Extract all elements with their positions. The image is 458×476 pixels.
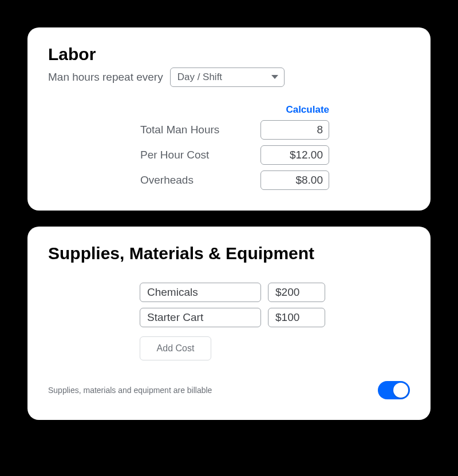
supply-name-input[interactable] [140, 308, 261, 327]
supply-name-input[interactable] [140, 283, 261, 302]
repeat-select[interactable]: Day / Shift [170, 68, 285, 87]
labor-row-label: Per Hour Cost [140, 149, 209, 161]
labor-grid: Calculate Total Man Hours Per Hour Cost … [140, 104, 329, 190]
overheads-input[interactable] [260, 170, 329, 190]
billable-label: Supplies, materials and equipment are bi… [48, 386, 212, 395]
labor-row-label: Total Man Hours [140, 124, 219, 136]
supply-cost-input[interactable] [268, 283, 325, 302]
add-cost-button[interactable]: Add Cost [140, 336, 211, 360]
total-man-hours-input[interactable] [260, 120, 329, 140]
labor-row-overheads: Overheads [140, 170, 329, 190]
labor-row-per-hour-cost: Per Hour Cost [140, 145, 329, 165]
calculate-row: Calculate [140, 104, 329, 116]
supplies-card: Supplies, Materials & Equipment Add Cost… [27, 227, 431, 420]
supplies-grid: Add Cost [140, 283, 410, 360]
per-hour-cost-input[interactable] [260, 145, 329, 165]
labor-title: Labor [48, 45, 410, 64]
supply-cost-input[interactable] [268, 308, 325, 327]
labor-row-label: Overheads [140, 174, 194, 187]
supplies-title: Supplies, Materials & Equipment [48, 244, 410, 263]
labor-row-total-man-hours: Total Man Hours [140, 120, 329, 140]
toggle-knob [393, 383, 408, 398]
billable-toggle[interactable] [378, 381, 410, 399]
repeat-row: Man hours repeat every Day / Shift [48, 68, 410, 87]
labor-card: Labor Man hours repeat every Day / Shift… [27, 27, 431, 211]
billable-row: Supplies, materials and equipment are bi… [48, 381, 410, 399]
supply-row [140, 308, 410, 327]
calculate-link[interactable]: Calculate [286, 104, 329, 116]
repeat-select-value[interactable]: Day / Shift [170, 68, 285, 87]
repeat-label: Man hours repeat every [48, 71, 163, 84]
supply-row [140, 283, 410, 302]
